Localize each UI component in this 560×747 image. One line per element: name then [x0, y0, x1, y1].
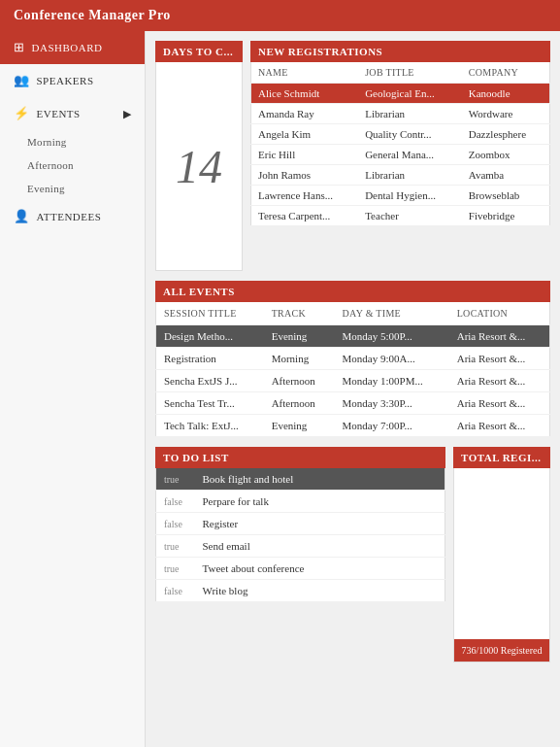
events-card: All Events Session Title Track Day & Tim… — [155, 281, 550, 437]
sidebar-item-label: Dashboard — [32, 42, 103, 53]
table-row[interactable]: Sencha Test Tr... Afternoon Monday 3:30P… — [156, 392, 550, 415]
list-item[interactable]: false Register — [156, 513, 445, 535]
reg-name: Amanda Ray — [251, 104, 359, 124]
ev-location: Aria Resort &... — [449, 325, 550, 348]
registrations-table: Name Job Title Company Alice Schmidt Geo… — [250, 62, 550, 226]
ev-col-time: Day & Time — [335, 302, 449, 325]
total-card: Total Regi... 736/1000 Registered — [453, 447, 550, 662]
events-header: All Events — [155, 281, 550, 302]
dashboard-icon: ⊞ — [14, 40, 25, 55]
todo-task: Book flight and hotel — [195, 468, 445, 491]
ev-location: Aria Resort &... — [449, 348, 550, 370]
reg-job: Dental Hygien... — [358, 186, 462, 206]
todo-bool: false — [156, 580, 195, 602]
events-icon: ⚡ — [14, 106, 30, 121]
reg-job: Teacher — [358, 206, 462, 226]
ev-track: Afternoon — [264, 392, 335, 415]
sidebar: ⊞ Dashboard 👥 Speakers ⚡ Events ▶ Mornin… — [0, 31, 146, 747]
ev-time: Monday 5:00P... — [335, 325, 449, 348]
sidebar-sub-morning[interactable]: Morning — [0, 130, 145, 153]
ev-title: Tech Talk: ExtJ... — [156, 415, 264, 437]
todo-task: Tweet about conference — [195, 558, 445, 580]
ev-location: Aria Resort &... — [449, 392, 550, 415]
reg-company: Avamba — [462, 165, 550, 186]
table-row[interactable]: Sencha ExtJS J... Afternoon Monday 1:00P… — [156, 370, 550, 392]
reg-name: Alice Schmidt — [251, 84, 359, 104]
sidebar-sub-evening[interactable]: Evening — [0, 177, 145, 200]
reg-company: Dazzlesphere — [462, 124, 550, 145]
reg-col-name: Name — [251, 62, 359, 84]
days-card: Days To C... 14 — [155, 41, 243, 271]
table-row[interactable]: Alice Schmidt Geological En... Kanoodle — [251, 84, 550, 104]
ev-time: Monday 3:30P... — [335, 392, 449, 415]
todo-bool: false — [156, 513, 195, 535]
table-row[interactable]: Lawrence Hans... Dental Hygien... Browse… — [251, 186, 550, 206]
reg-col-company: Company — [462, 62, 550, 84]
todo-bool: true — [156, 535, 195, 558]
ev-time: Monday 9:00A... — [335, 348, 449, 370]
table-row[interactable]: Angela Kim Quality Contr... Dazzlesphere — [251, 124, 550, 145]
sidebar-sub-afternoon[interactable]: Afternoon — [0, 153, 145, 177]
main-content: Days To C... 14 New Registrations Name J… — [146, 31, 560, 747]
reg-company: Wordware — [462, 104, 550, 124]
reg-job: Geological En... — [358, 84, 462, 104]
table-row[interactable]: Tech Talk: ExtJ... Evening Monday 7:00P.… — [156, 415, 550, 437]
ev-title: Sencha ExtJS J... — [156, 370, 264, 392]
table-row[interactable]: John Ramos Librarian Avamba — [251, 165, 550, 186]
reg-col-job: Job Title — [358, 62, 462, 84]
ev-time: Monday 7:00P... — [335, 415, 449, 437]
sidebar-item-label: Attendees — [37, 211, 102, 222]
table-row[interactable]: Eric Hill General Mana... Zoombox — [251, 145, 550, 165]
sidebar-item-events[interactable]: ⚡ Events ▶ — [0, 97, 145, 130]
reg-name: Eric Hill — [251, 145, 359, 165]
table-row[interactable]: Design Metho... Evening Monday 5:00P... … — [156, 325, 550, 348]
reg-name: Angela Kim — [251, 124, 359, 145]
ev-time: Monday 1:00PM... — [335, 370, 449, 392]
table-row[interactable]: Amanda Ray Librarian Wordware — [251, 104, 550, 124]
days-count: 14 — [176, 140, 222, 193]
days-body: 14 — [155, 62, 243, 271]
ev-col-track: Track — [264, 302, 335, 325]
ev-col-location: Location — [449, 302, 550, 325]
reg-company: Kanoodle — [462, 84, 550, 104]
ev-track: Morning — [264, 348, 335, 370]
speakers-icon: 👥 — [14, 73, 30, 88]
list-item[interactable]: false Perpare for talk — [156, 491, 445, 513]
days-card-header: Days To C... — [155, 41, 243, 62]
todo-bool: false — [156, 491, 195, 513]
list-item[interactable]: true Tweet about conference — [156, 558, 445, 580]
reg-company: Fivebridge — [462, 206, 550, 226]
todo-bool: true — [156, 468, 195, 491]
table-row[interactable]: Registration Morning Monday 9:00A... Ari… — [156, 348, 550, 370]
sidebar-item-label: Speakers — [37, 75, 94, 86]
reg-name: Teresa Carpent... — [251, 206, 359, 226]
reg-job: Librarian — [358, 165, 462, 186]
app-header: Conference Manager Pro — [0, 0, 560, 31]
sidebar-item-label: Events — [37, 108, 81, 119]
reg-job: Librarian — [358, 104, 462, 124]
ev-track: Afternoon — [264, 370, 335, 392]
sidebar-item-speakers[interactable]: 👥 Speakers — [0, 64, 145, 97]
list-item[interactable]: true Book flight and hotel — [156, 468, 445, 491]
reg-name: Lawrence Hans... — [251, 186, 359, 206]
ev-title: Design Metho... — [156, 325, 264, 348]
reg-company: Browseblab — [462, 186, 550, 206]
ev-title: Sencha Test Tr... — [156, 392, 264, 415]
total-bar: 736/1000 Registered — [454, 639, 549, 662]
list-item[interactable]: false Write blog — [156, 580, 445, 602]
table-row[interactable]: Teresa Carpent... Teacher Fivebridge — [251, 206, 550, 226]
ev-location: Aria Resort &... — [449, 415, 550, 437]
sidebar-item-dashboard[interactable]: ⊞ Dashboard — [0, 31, 145, 64]
reg-job: Quality Contr... — [358, 124, 462, 145]
app-title: Conference Manager Pro — [14, 8, 171, 22]
todo-header: To Do List — [155, 447, 445, 468]
list-item[interactable]: true Send email — [156, 535, 445, 558]
sidebar-item-attendees[interactable]: 👤 Attendees — [0, 200, 145, 233]
ev-col-title: Session Title — [156, 302, 264, 325]
todo-table: true Book flight and hotel false Perpare… — [155, 468, 445, 602]
reg-company: Zoombox — [462, 145, 550, 165]
ev-title: Registration — [156, 348, 264, 370]
ev-location: Aria Resort &... — [449, 370, 550, 392]
todo-task: Perpare for talk — [195, 491, 445, 513]
todo-task: Send email — [195, 535, 445, 558]
